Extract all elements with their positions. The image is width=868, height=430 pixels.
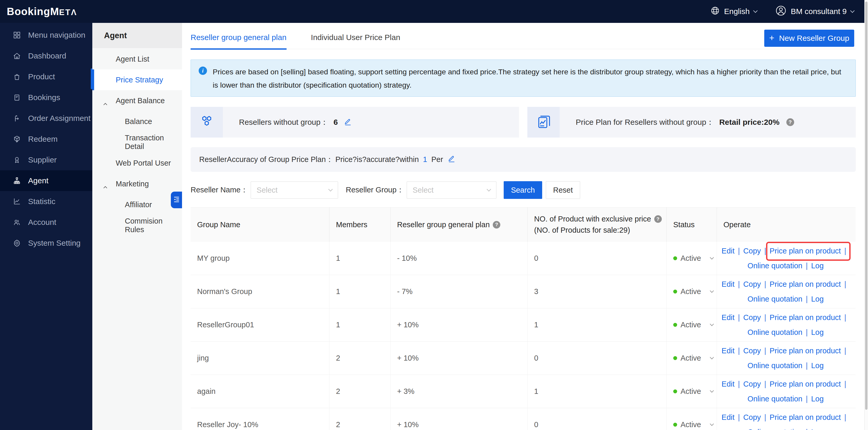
subsidebar-item-commision-rules[interactable]: Commision Rules: [92, 215, 182, 236]
edit-link[interactable]: Edit: [722, 313, 735, 321]
price-plan-on-product-link[interactable]: Price plan on product: [770, 247, 841, 255]
user-menu[interactable]: BM consultant 9: [775, 5, 854, 18]
search-button[interactable]: Search: [504, 181, 542, 199]
cell-value: 3: [534, 287, 538, 296]
card-label: Price Plan for Resellers without group：: [576, 117, 714, 128]
subsidebar-item-label: Price Stratagy: [116, 75, 163, 84]
plan-cell: + 10%: [391, 308, 528, 341]
subsidebar-item-agent-list[interactable]: Agent List: [92, 49, 182, 69]
sidebar-item-account[interactable]: Account: [0, 212, 92, 233]
online-quotation-link[interactable]: Online quotation: [747, 262, 802, 270]
column-header-label: Group Name: [197, 220, 240, 229]
status-select[interactable]: Active: [667, 408, 717, 430]
online-quotation-link[interactable]: Online quotation: [747, 428, 802, 430]
copy-link[interactable]: Copy: [743, 413, 761, 422]
resellers-without-group-card: Resellers without group： 6: [191, 107, 519, 137]
edit-link[interactable]: Edit: [722, 346, 735, 355]
price-plan-on-product-link[interactable]: Price plan on product: [770, 413, 841, 422]
copy-link[interactable]: Copy: [743, 313, 761, 321]
avatar-icon: [775, 5, 786, 18]
log-link[interactable]: Log: [811, 395, 824, 403]
sidebar-item-label: Account: [28, 218, 56, 227]
status-select[interactable]: Active: [667, 308, 717, 341]
cell-value: 0: [534, 254, 538, 263]
gear-icon: [12, 239, 21, 247]
accuracy-text: Price?is?accurate?within: [336, 155, 419, 164]
log-link[interactable]: Log: [811, 328, 824, 336]
question-icon[interactable]: ?: [654, 215, 662, 223]
tab-reseller-group-general-plan[interactable]: Reseller group general plan: [191, 33, 286, 49]
chevron-down-icon: [710, 289, 714, 293]
info-icon: i: [199, 66, 207, 75]
sidebar-item-bookings[interactable]: Bookings: [0, 87, 92, 108]
column-header-label: Reseller group general plan: [397, 220, 490, 229]
edit-link[interactable]: Edit: [722, 413, 735, 422]
question-icon[interactable]: ?: [493, 221, 500, 228]
reset-button[interactable]: Reset: [546, 181, 580, 199]
question-icon[interactable]: ?: [786, 118, 794, 126]
sidebar-item-label: Bookings: [28, 93, 60, 102]
subsidebar-item-balance[interactable]: Balance: [92, 111, 182, 132]
sidebar-collapse-button[interactable]: [171, 192, 182, 208]
subsidebar-item-transaction-detail[interactable]: Transaction Detail: [92, 132, 182, 153]
page-scrollbar-thumb[interactable]: [865, 2, 867, 410]
online-quotation-link[interactable]: Online quotation: [747, 328, 802, 336]
language-menu[interactable]: English: [710, 6, 757, 17]
column-header-reseller-group-general-plan: Reseller group general plan?: [391, 208, 528, 242]
cell-value: + 10%: [397, 320, 418, 329]
pencil-icon[interactable]: [448, 155, 456, 164]
log-link[interactable]: Log: [811, 295, 824, 303]
sidebar-item-order-assignment[interactable]: Order Assignment: [0, 108, 92, 129]
subsidebar-item-agent-balance[interactable]: Agent Balance: [92, 90, 182, 111]
status-select[interactable]: Active: [667, 342, 717, 375]
sidebar-item-dashboard[interactable]: Dashboard: [0, 45, 92, 66]
sidebar-item-supplier[interactable]: Supplier: [0, 150, 92, 170]
copy-link[interactable]: Copy: [743, 247, 761, 255]
copy-link[interactable]: Copy: [743, 280, 761, 288]
price-plan-on-product-link[interactable]: Price plan on product: [770, 280, 841, 288]
subsidebar-item-affiliator[interactable]: Affiliator: [92, 194, 182, 215]
tab-individual-user-price-plan[interactable]: Individual User Price Plan: [311, 33, 400, 49]
price-plan-on-product-link[interactable]: Price plan on product: [770, 313, 841, 321]
sidebar-item-redeem[interactable]: Redeem: [0, 129, 92, 150]
subsidebar-item-web-portal-user[interactable]: Web Portal User: [92, 153, 182, 174]
price-plan-on-product-link[interactable]: Price plan on product: [770, 346, 841, 355]
log-link[interactable]: Log: [811, 361, 824, 370]
edit-link[interactable]: Edit: [722, 380, 735, 388]
online-quotation-link[interactable]: Online quotation: [747, 395, 802, 403]
new-reseller-group-button[interactable]: + New Reseller Group: [764, 30, 854, 47]
edit-link[interactable]: Edit: [722, 280, 735, 288]
status-label: Active: [681, 320, 701, 329]
copy-link[interactable]: Copy: [743, 380, 761, 388]
copy-link[interactable]: Copy: [743, 346, 761, 355]
reseller-name-select[interactable]: Select: [251, 181, 338, 198]
sidebar-item-label: Dashboard: [28, 52, 66, 60]
sidebar-item-product[interactable]: Product: [0, 66, 92, 87]
subsidebar-item-price-stratagy[interactable]: Price Stratagy: [92, 69, 182, 90]
log-link[interactable]: Log: [811, 262, 824, 270]
sidebar-item-statistic[interactable]: Statistic: [0, 191, 92, 212]
separator: |: [738, 346, 740, 355]
sidebar-item-label: Statistic: [28, 197, 55, 206]
filter-row: Reseller Name： Select Reseller Group： Se…: [191, 181, 856, 199]
status-select[interactable]: Active: [667, 375, 717, 408]
status-select[interactable]: Active: [667, 242, 717, 275]
column-header-label: Members: [336, 220, 367, 229]
separator: |: [764, 346, 766, 355]
subsidebar-item-label: Affiliator: [125, 201, 152, 209]
subsidebar-item-marketing[interactable]: Marketing: [92, 174, 182, 194]
cell-value: 0: [534, 354, 538, 362]
online-quotation-link[interactable]: Online quotation: [747, 361, 802, 370]
separator: |: [738, 380, 740, 388]
status-select[interactable]: Active: [667, 275, 717, 308]
sidebar-item-menu-navigation[interactable]: Menu navigation: [0, 25, 92, 45]
edit-link[interactable]: Edit: [722, 247, 735, 255]
sidebar-item-agent[interactable]: Agent: [0, 170, 92, 191]
log-link[interactable]: Log: [811, 428, 824, 430]
price-plan-on-product-link[interactable]: Price plan on product: [770, 380, 841, 388]
pencil-icon[interactable]: [344, 118, 352, 127]
status-label: Active: [681, 420, 701, 429]
reseller-group-select[interactable]: Select: [407, 181, 496, 198]
sidebar-item-system-setting[interactable]: System Setting: [0, 233, 92, 253]
online-quotation-link[interactable]: Online quotation: [747, 295, 802, 303]
